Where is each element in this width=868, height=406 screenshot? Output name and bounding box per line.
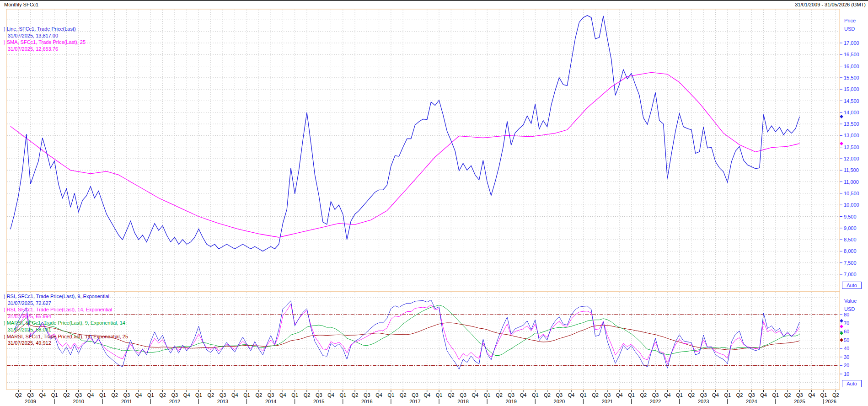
year-label: 2018 (457, 399, 468, 404)
quarter-label: Q3 (796, 392, 803, 398)
value-tick-label: 20 (844, 363, 849, 368)
quarter-label: Q3 (652, 392, 659, 398)
chart-canvas[interactable]: 17,00016,50016,00015,50015,00014,50014,0… (0, 0, 868, 406)
price-line (11, 16, 800, 251)
quarter-label: Q2 (256, 392, 263, 398)
marsi14-line (15, 323, 800, 350)
quarter-label: Q4 (664, 392, 671, 398)
quarter-label: Q4 (279, 392, 286, 398)
price-tick-label: 10,500 (844, 191, 859, 196)
price-scale-auto-button[interactable]: Auto (842, 282, 862, 289)
year-label: 2009 (25, 399, 36, 404)
quarter-label: Q4 (520, 392, 527, 398)
legend-rsi9-value: 31/07/2025, 72.627 (4, 300, 128, 307)
quarter-label: Q1 (772, 392, 779, 398)
quarter-label: Q3 (700, 392, 707, 398)
year-label: 2015 (313, 399, 324, 404)
legend-marsi14-line: )MARSI, SFCc1, Trade Price(Last), 14, Ex… (4, 333, 128, 340)
curve-swatch-icon: ) (4, 320, 5, 326)
date-range-label: 31/01/2009 - 31/05/2026 (GMT) (795, 2, 866, 7)
quarter-label: Q1 (243, 392, 250, 398)
price-tick-label: 14,500 (844, 98, 859, 104)
price-last-marker (840, 115, 843, 118)
legend-sma-value: 31/07/2025, 12,653.76 (4, 46, 86, 53)
quarter-label: Q2 (592, 392, 599, 398)
quarter-label: Q1 (195, 392, 202, 398)
x-axis: Q2Q3Q4Q1Q2Q3Q4Q1Q2Q3Q4Q1Q2Q3Q4Q1Q2Q3Q4Q1… (15, 390, 839, 404)
price-tick-label: 8,000 (844, 248, 857, 254)
legend-marsi9-line: )MARSI, SFCc1, Trade Price(Last), 9, Exp… (4, 320, 128, 326)
value-tick-label: 80 (844, 312, 849, 317)
chart-title-bar: Monthly SFCc1 31/01/2009 - 31/05/2026 (G… (0, 1, 868, 8)
quarter-label: Q4 (87, 392, 94, 398)
year-label: 2020 (554, 399, 565, 404)
legend-price-value: 31/07/2025, 13,817.00 (4, 32, 86, 39)
quarter-label: Q1 (724, 392, 731, 398)
sma-line (11, 72, 800, 237)
curve-swatch-icon: ) (4, 39, 5, 46)
year-label: 2017 (409, 399, 420, 404)
year-label: 2014 (265, 399, 276, 404)
year-label: 2025 (794, 399, 805, 404)
quarter-label: Q2 (63, 392, 70, 398)
quarter-label: Q4 (472, 392, 479, 398)
price-tick-label: 9,500 (844, 214, 857, 219)
quarter-label: Q3 (460, 392, 466, 398)
quarter-label: Q1 (676, 392, 683, 398)
sma-last-marker (840, 142, 843, 145)
price-tick-label: 12,000 (844, 156, 859, 161)
price-tick-label: 17,000 (844, 40, 859, 46)
year-label: 2012 (169, 399, 180, 404)
price-tick-label: 10,000 (844, 202, 859, 208)
price-tick-label: 13,000 (844, 133, 859, 138)
price-axis-unit: USD (844, 26, 855, 32)
quarter-label: Q1 (628, 392, 635, 398)
rsi-legend: )RSI, SFCc1, Trade Price(Last), 9, Expon… (4, 293, 128, 347)
price-tick-label: 12,500 (844, 144, 859, 150)
quarter-label: Q4 (760, 392, 767, 398)
quarter-label: Q4 (183, 392, 190, 398)
quarter-label: Q3 (123, 392, 130, 398)
quarter-label: Q4 (39, 392, 46, 398)
price-tick-label: 14,000 (844, 110, 859, 115)
quarter-label: Q3 (220, 392, 226, 398)
quarter-label: Q2 (832, 392, 839, 398)
quarter-label: Q4 (568, 392, 575, 398)
quarter-label: Q1 (580, 392, 587, 398)
quarter-label: Q3 (412, 392, 418, 398)
quarter-label: Q3 (604, 392, 611, 398)
value-axis-title: Value (844, 298, 857, 304)
value-scale-auto-button[interactable]: Auto (842, 380, 862, 387)
legend-marsi9-value: 31/07/2025, 58.061 (4, 326, 128, 333)
price-tick-label: 16,500 (844, 52, 859, 57)
quarter-label: Q1 (147, 392, 154, 398)
quarter-label: Q4 (712, 392, 719, 398)
quarter-label: Q2 (400, 392, 407, 398)
year-label: 2019 (505, 399, 516, 404)
quarter-label: Q2 (352, 392, 359, 398)
quarter-label: Q4 (135, 392, 142, 398)
quarter-label: Q3 (27, 392, 34, 398)
rsi-series (7, 300, 839, 369)
quarter-label: Q4 (616, 392, 623, 398)
price-legend: )Line, SFCc1, Trade Price(Last) 31/07/20… (4, 26, 86, 52)
quarter-label: Q4 (327, 392, 334, 398)
quarter-label: Q3 (508, 392, 514, 398)
quarter-label: Q1 (484, 392, 491, 398)
quarter-label: Q4 (808, 392, 815, 398)
quarter-label: Q2 (784, 392, 791, 398)
quarter-label: Q2 (448, 392, 455, 398)
quarter-label: Q3 (364, 392, 370, 398)
price-tick-label: 7,000 (844, 272, 857, 277)
quarter-label: Q1 (388, 392, 395, 398)
curve-swatch-icon: ) (4, 333, 5, 340)
quarter-label: Q3 (556, 392, 563, 398)
value-tick-label: 70 (844, 321, 849, 326)
quarter-label: Q4 (375, 392, 382, 398)
rsi-last-marker (840, 319, 843, 323)
quarter-label: Q1 (532, 392, 539, 398)
marsi9-line (15, 305, 800, 355)
price-tick-label: 11,500 (844, 167, 859, 173)
quarter-label: Q1 (820, 392, 827, 398)
price-tick-label: 9,000 (844, 225, 857, 231)
